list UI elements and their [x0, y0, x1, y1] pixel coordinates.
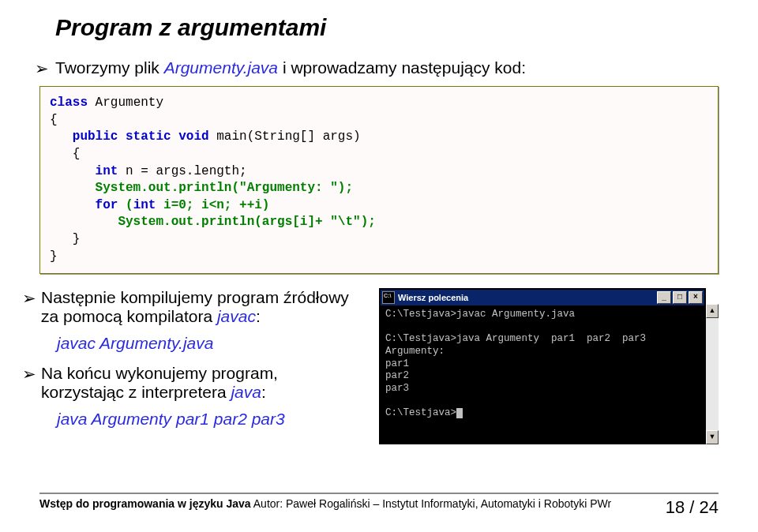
cmd-icon	[382, 291, 395, 304]
console-title: Wiersz polecenia	[398, 293, 657, 302]
console-line: par3	[385, 383, 409, 394]
text-fragment: Na końcu wykonujemy program,	[41, 364, 278, 382]
code-text: i=0; i<n; ++i)	[156, 198, 269, 212]
command-name: javac	[217, 307, 256, 325]
code-text: System.out.println(args[i]+ "\t");	[50, 215, 376, 229]
bullet-arrow-icon: ➢	[22, 364, 36, 384]
text-fragment: Tworzymy plik	[55, 58, 164, 77]
console-line: C:\Testjava>javac Argumenty.java	[385, 309, 575, 320]
console-line: par1	[385, 358, 409, 369]
code-text: System.out.println("Argumenty: ");	[50, 181, 353, 195]
cursor-icon	[456, 408, 463, 418]
keyword: public static void	[50, 129, 209, 144]
maximize-button[interactable]: □	[673, 291, 687, 304]
code-text: n = args.length;	[118, 164, 246, 178]
text-fragment: :	[256, 307, 261, 325]
console-prompt: C:\Testjava>	[385, 407, 456, 418]
keyword: for	[50, 198, 118, 212]
keyword: int	[133, 198, 156, 212]
command-javac: javac Argumenty.java	[57, 334, 371, 353]
page-title: Program z argumentami	[55, 14, 719, 41]
console-line: Argumenty:	[385, 346, 445, 357]
console-line: par2	[385, 370, 409, 381]
bullet-arrow-icon: ➢	[22, 288, 36, 308]
text-fragment: Następnie kompilujemy program źródłowy	[41, 288, 349, 306]
text-fragment: :	[261, 383, 266, 401]
text-fragment: i wprowadzamy następujący kod:	[278, 58, 526, 77]
code-listing: class Argumenty { public static void mai…	[39, 86, 719, 274]
bullet-text: Następnie kompilujemy program źródłowy z…	[41, 288, 349, 326]
bullet-run: ➢ Na końcu wykonujemy program, korzystaj…	[22, 364, 371, 402]
code-text: }	[50, 249, 58, 264]
scrollbar[interactable]: ▲ ▼	[706, 304, 719, 444]
footer-title: Wstęp do programowania w języku Java	[39, 497, 251, 510]
bullet-create-file: ➢ Tworzymy plik Argumenty.java i wprowad…	[35, 58, 719, 78]
keyword: int	[50, 164, 118, 178]
footer: Wstęp do programowania w języku Java Aut…	[39, 493, 719, 518]
console-window: Wiersz polecenia _ □ × C:\Testjava>javac…	[379, 288, 706, 444]
text-fragment: za pomocą kompilatora	[41, 307, 217, 325]
footer-author: Autor: Paweł Rogaliński – Instytut Infor…	[251, 497, 611, 510]
code-text: Argumenty	[88, 96, 163, 110]
footer-left: Wstęp do programowania w języku Java Aut…	[39, 497, 611, 518]
page-number: 18 / 24	[666, 497, 719, 518]
code-text: (	[118, 198, 133, 212]
console-line: C:\Testjava>java Argumenty par1 par2 par…	[385, 333, 646, 344]
code-text: {	[50, 147, 80, 161]
console-titlebar: Wiersz polecenia _ □ ×	[381, 290, 704, 305]
code-text: main(String[] args)	[209, 129, 361, 144]
minimize-button[interactable]: _	[657, 291, 671, 304]
scroll-track[interactable]	[706, 318, 719, 430]
filename: Argumenty.java	[164, 58, 278, 77]
bullet-text: Tworzymy plik Argumenty.java i wprowadza…	[55, 58, 526, 77]
keyword: class	[50, 96, 88, 110]
code-text: {	[50, 113, 58, 127]
console-output: C:\Testjava>javac Argumenty.java C:\Test…	[381, 305, 704, 443]
text-fragment: korzystając z interpretera	[41, 383, 231, 401]
command-java: java Argumenty par1 par2 par3	[57, 410, 371, 429]
close-button[interactable]: ×	[689, 291, 703, 304]
bullet-compile: ➢ Następnie kompilujemy program źródłowy…	[22, 288, 371, 326]
scroll-up-button[interactable]: ▲	[706, 304, 719, 318]
scroll-down-button[interactable]: ▼	[706, 430, 719, 444]
command-name: java	[231, 383, 261, 401]
bullet-arrow-icon: ➢	[35, 58, 49, 78]
bullet-text: Na końcu wykonujemy program, korzystając…	[41, 364, 278, 402]
code-text: }	[50, 232, 80, 246]
